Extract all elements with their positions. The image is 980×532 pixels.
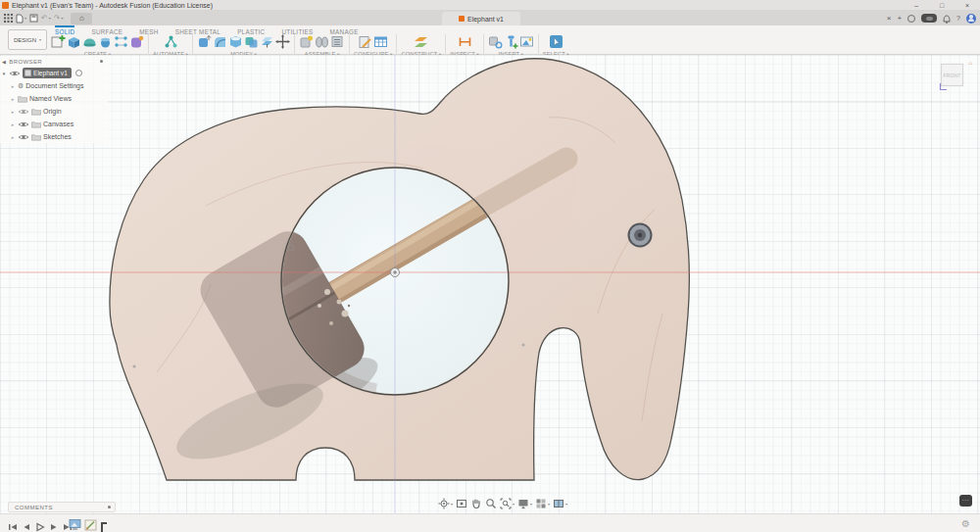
grid-settings-icon[interactable]: ▾ (535, 498, 550, 509)
inspect-group: INSPECT (450, 33, 479, 57)
close-tab-icon[interactable]: × (887, 11, 892, 25)
pan-icon[interactable] (470, 498, 482, 509)
sweep-icon[interactable] (82, 34, 97, 50)
save-icon[interactable] (29, 14, 38, 23)
maximize-button[interactable]: □ (929, 0, 955, 11)
item-label: Origin (43, 108, 62, 115)
display-settings-icon[interactable]: ▾ (517, 498, 532, 509)
fit-icon[interactable]: ▾ (500, 498, 514, 509)
create-sketch-icon[interactable] (51, 34, 66, 50)
shell-icon[interactable] (228, 34, 243, 50)
visibility-eye-icon[interactable] (18, 133, 29, 141)
viewcube-home-icon[interactable]: ⌂ (968, 60, 972, 66)
item-label: Sketches (43, 133, 72, 140)
press-pull-icon[interactable] (197, 34, 212, 50)
minimize-button[interactable]: – (904, 0, 929, 11)
insert-mcmaster-carr-icon[interactable] (504, 34, 518, 50)
status-pill-icon[interactable] (921, 14, 937, 23)
feedback-chat-icon[interactable]: ··· (959, 495, 972, 507)
canvas-feature-icon[interactable] (69, 517, 81, 532)
zoom-icon[interactable] (485, 498, 497, 509)
expand-arrow-icon[interactable]: ▸ (10, 96, 16, 102)
step-back-icon[interactable] (22, 518, 31, 532)
construct-plane-icon[interactable] (414, 34, 428, 50)
select-icon[interactable] (549, 34, 564, 50)
form-icon[interactable] (129, 34, 144, 50)
visibility-eye-icon[interactable] (9, 70, 21, 77)
expand-arrow-icon[interactable]: ▸ (10, 121, 16, 127)
viewport-canvas[interactable]: ◀ BROWSER ▾ Elephant v1 ▸ ⚙ Document Set… (0, 55, 980, 513)
look-at-icon[interactable] (456, 498, 467, 509)
pattern-icon[interactable] (114, 34, 128, 50)
browser-item-sketches[interactable]: ▸ Sketches (0, 130, 108, 143)
component-icon (24, 70, 31, 76)
orbit-icon[interactable]: ▾ (438, 498, 453, 509)
folder-icon (31, 108, 41, 116)
browser-item-canvases[interactable]: ▸ Canvases (0, 118, 108, 130)
root-badge-icon[interactable] (75, 70, 82, 76)
configuration-icon[interactable] (358, 34, 372, 50)
root-component[interactable]: Elephant v1 (23, 68, 72, 78)
browser-options-icon[interactable] (100, 60, 103, 63)
new-tab-icon[interactable]: + (897, 11, 902, 25)
sketch-feature-icon[interactable] (84, 517, 97, 532)
combine-icon[interactable] (244, 34, 259, 50)
viewports-icon[interactable]: ▾ (553, 498, 567, 509)
visibility-eye-icon[interactable] (18, 121, 29, 128)
navigation-bar: ▾ ▾ ▾ ▾ (438, 498, 567, 509)
profile-avatar[interactable] (966, 14, 976, 24)
fusion-doc-icon (459, 16, 465, 22)
undo-icon[interactable]: ↶▾ (41, 14, 51, 23)
automate-group: AUTOMATE (153, 33, 188, 57)
move-icon[interactable] (275, 34, 290, 50)
home-tab[interactable]: ⌂ (71, 13, 92, 24)
show-data-panel-icon[interactable] (4, 14, 13, 23)
browser-item-origin[interactable]: ▸ Origin (0, 105, 108, 118)
browser-collapse-icon[interactable]: ◀ (2, 59, 6, 65)
new-component-icon[interactable] (299, 34, 314, 50)
help-icon[interactable]: ? (956, 15, 960, 22)
measure-icon[interactable] (458, 34, 472, 50)
insert-derive-icon[interactable] (488, 34, 503, 50)
configuration-table-icon[interactable] (373, 34, 388, 50)
sketch-origin-point (391, 268, 400, 277)
workspace-selector[interactable]: DESIGN▾ (8, 29, 47, 50)
browser-item-document-settings[interactable]: ▸ ⚙ Document Settings (0, 79, 108, 92)
comments-options-icon[interactable] (108, 506, 111, 508)
go-to-start-icon[interactable] (8, 518, 18, 532)
play-icon[interactable] (35, 518, 45, 532)
root-component-label: Elephant v1 (33, 70, 68, 76)
document-tab-label: Elephant v1 (467, 16, 504, 23)
folder-icon (31, 133, 41, 141)
decal-icon[interactable] (519, 34, 534, 50)
ribbon-toolbar: DESIGN▾ SOLID SURFACE MESH SHEET METAL P… (0, 25, 980, 55)
redo-icon[interactable]: ↷▾ (54, 14, 64, 23)
joint-icon[interactable] (315, 34, 329, 50)
view-cube[interactable]: ⌂ FRONT (939, 60, 972, 91)
rigid-group-icon[interactable] (330, 34, 345, 50)
file-menu-icon[interactable]: ▾ (16, 14, 26, 24)
browser-item-named-views[interactable]: ▸ Named Views (0, 92, 108, 105)
close-button[interactable]: × (955, 0, 980, 11)
expand-arrow-icon[interactable]: ▾ (1, 71, 7, 76)
expand-arrow-icon[interactable]: ▸ (10, 134, 16, 140)
browser-root-row[interactable]: ▾ Elephant v1 (0, 67, 108, 79)
visibility-eye-icon[interactable] (18, 108, 29, 116)
notifications-icon[interactable] (943, 10, 951, 27)
comments-title: COMMENTS (15, 505, 53, 510)
timeline-settings-gear-icon[interactable]: ⚙ (961, 517, 970, 530)
step-forward-icon[interactable] (49, 518, 59, 532)
fillet-icon[interactable] (213, 34, 227, 50)
document-tab[interactable]: Elephant v1 (442, 12, 520, 25)
item-label: Canvases (43, 121, 74, 127)
automate-icon[interactable] (164, 34, 178, 50)
job-status-icon[interactable] (907, 15, 915, 23)
timeline-playhead[interactable] (100, 521, 108, 532)
expand-arrow-icon[interactable]: ▸ (10, 109, 16, 115)
expand-arrow-icon[interactable]: ▸ (10, 83, 16, 89)
offset-face-icon[interactable] (260, 34, 274, 50)
comments-panel[interactable]: COMMENTS (8, 502, 116, 512)
extrude-icon[interactable] (67, 34, 81, 50)
browser-panel: ◀ BROWSER ▾ Elephant v1 ▸ ⚙ Document Set… (0, 56, 108, 143)
revolve-icon[interactable] (98, 34, 113, 50)
